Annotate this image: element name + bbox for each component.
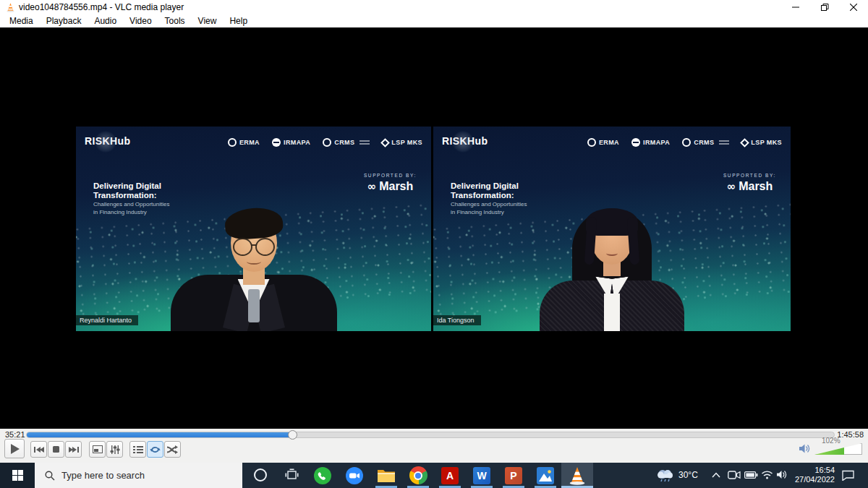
weather-temperature[interactable]: 30°C — [678, 470, 698, 480]
erma-ring-icon — [228, 138, 237, 147]
search-icon — [45, 471, 55, 481]
taskbar-app-vlc[interactable] — [561, 463, 593, 488]
riskhub-logo: RISKHub — [85, 135, 130, 147]
previous-button[interactable] — [30, 441, 47, 458]
volume-fill — [814, 443, 844, 455]
chrome-icon — [409, 466, 427, 484]
taskbar-app-whatsapp[interactable] — [307, 463, 339, 488]
webinar-title: Delivering Digital Transformation: Chall… — [93, 181, 169, 216]
file-explorer-icon — [377, 468, 396, 484]
irmapa-logo: IRMAPA — [272, 138, 310, 147]
crms-logo: CRMS — [682, 138, 729, 147]
glasses-icon — [233, 238, 252, 256]
next-icon — [68, 446, 80, 453]
meet-now-icon[interactable] — [728, 470, 741, 480]
vlc-cone-icon — [6, 2, 15, 12]
irmapa-disc-icon — [631, 138, 640, 147]
volume-speaker-icon[interactable] — [799, 444, 812, 453]
stop-button[interactable] — [48, 441, 64, 458]
taskbar-app-acrobat[interactable]: A — [434, 463, 466, 488]
stop-icon — [53, 446, 59, 453]
task-view-button[interactable] — [285, 468, 299, 481]
window-title: video1048784556.mp4 - VLC media player — [19, 2, 184, 12]
play-button[interactable] — [4, 439, 25, 458]
total-time: 1:45:58 — [837, 430, 864, 439]
menu-audio[interactable]: Audio — [88, 16, 123, 26]
tray-clock[interactable]: 16:54 27/04/2022 — [791, 466, 835, 484]
powerpoint-icon: P — [505, 467, 522, 484]
restore-button[interactable] — [810, 0, 839, 14]
previous-icon — [33, 446, 45, 453]
speaker-name-tag: Ida Tiongson — [433, 315, 481, 325]
shuffle-icon — [167, 445, 178, 454]
windows-logo-icon — [12, 470, 23, 481]
taskbar-app-zoom[interactable] — [339, 463, 370, 488]
menu-video[interactable]: Video — [123, 16, 158, 26]
battery-icon[interactable] — [744, 471, 758, 479]
erma-logo: ERMA — [587, 138, 619, 147]
playlist-button[interactable] — [129, 441, 146, 458]
erma-logo: ERMA — [228, 138, 260, 147]
search-input[interactable] — [61, 470, 221, 481]
erma-ring-icon — [587, 138, 596, 147]
shuffle-button[interactable] — [164, 441, 181, 458]
whatsapp-icon — [313, 466, 332, 485]
supported-by-block: SUPPORTED BY: ∞Marsh — [364, 173, 417, 193]
crms-ring-icon — [682, 138, 691, 147]
irmapa-disc-icon — [272, 138, 281, 147]
equalizer-icon — [110, 445, 120, 455]
taskbar-search[interactable] — [35, 463, 242, 488]
weather-icon[interactable] — [655, 468, 676, 483]
equalizer-button[interactable] — [106, 441, 123, 458]
taskbar-app-photos[interactable] — [529, 463, 561, 488]
vlc-icon — [569, 466, 585, 485]
riskhub-logo: RISKHub — [442, 135, 488, 147]
fullscreen-button[interactable] — [89, 441, 106, 458]
start-button[interactable] — [0, 463, 35, 488]
wifi-icon[interactable] — [761, 470, 773, 479]
irmapa-logo: IRMAPA — [631, 138, 670, 147]
menu-media[interactable]: Media — [3, 16, 40, 26]
vlc-control-bar: 35:21 1:45:58 102% — [0, 429, 868, 463]
marsh-logo: ∞Marsh — [723, 180, 776, 193]
tray-volume-icon[interactable] — [777, 470, 788, 479]
acrobat-icon: A — [441, 467, 459, 484]
crms-ring-icon — [323, 138, 331, 147]
menu-help[interactable]: Help — [223, 16, 254, 26]
video-panel-right: RISKHub ERMA IRMAPA CRMS LSP MKS Deliver… — [433, 127, 791, 331]
next-button[interactable] — [65, 441, 82, 458]
cortana-button[interactable] — [254, 468, 267, 481]
restore-icon — [821, 4, 829, 12]
marsh-mark-icon: ∞ — [367, 180, 377, 193]
close-button[interactable] — [839, 0, 868, 14]
taskbar-app-file-explorer[interactable] — [370, 463, 402, 488]
seek-handle[interactable] — [288, 430, 297, 440]
speaker-name-tag: Reynaldi Hartanto — [76, 315, 138, 325]
video-display[interactable]: RISKHub ERMA IRMAPA CRMS LSP MKS Deliver… — [0, 27, 868, 429]
loop-button[interactable] — [147, 441, 163, 458]
crms-tagline-lines — [719, 140, 729, 145]
menu-playback[interactable]: Playback — [40, 16, 88, 26]
minimize-button[interactable] — [781, 0, 810, 14]
taskbar-app-powerpoint[interactable]: P — [498, 463, 529, 488]
vlc-title-bar: video1048784556.mp4 - VLC media player — [0, 0, 868, 14]
volume-slider[interactable] — [814, 443, 862, 455]
seek-bar[interactable] — [26, 432, 835, 438]
action-center-icon[interactable] — [842, 470, 854, 481]
taskbar-app-word[interactable]: W — [466, 463, 498, 488]
marsh-mark-icon: ∞ — [727, 180, 736, 193]
taskbar-app-chrome[interactable] — [402, 463, 434, 488]
tray-chevron-up-icon[interactable] — [712, 472, 720, 478]
supported-by-block: SUPPORTED BY: ∞Marsh — [723, 173, 776, 193]
webinar-title: Delivering Digital Transformation: Chall… — [451, 181, 527, 216]
menu-view[interactable]: View — [192, 16, 224, 26]
loop-icon — [150, 445, 161, 454]
partner-logos: ERMA IRMAPA CRMS LSP MKS — [587, 138, 782, 147]
seek-fill — [27, 432, 293, 437]
photos-icon — [537, 467, 554, 484]
crms-tagline-lines — [359, 140, 370, 145]
volume-fill-clip — [814, 443, 844, 455]
lspmks-diamond-icon — [380, 138, 390, 147]
playlist-icon — [133, 445, 143, 454]
menu-tools[interactable]: Tools — [158, 16, 192, 26]
